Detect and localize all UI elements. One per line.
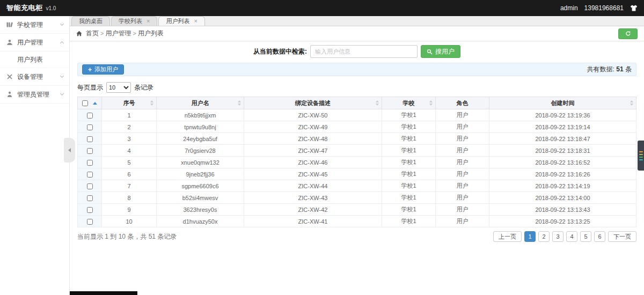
table-row: 93623hresy0sZIC-XW-42学校1用户2018-09-22 13:…: [78, 204, 636, 216]
sidebar-item-3[interactable]: 管理员管理: [0, 86, 69, 104]
sidebar-item-label: 用户管理: [17, 38, 61, 47]
cell-username: tpnwtu9u8nj: [157, 121, 244, 133]
cell-created-at: 2018-09-22 13:14:19: [489, 180, 636, 192]
widget-stripe: [639, 154, 643, 155]
sidebar-collapse-handle[interactable]: [64, 138, 75, 163]
sort-icon[interactable]: [376, 100, 379, 106]
cell-index: 1: [102, 109, 157, 121]
search-row: 从当前数据中检索: 搜用户: [77, 45, 636, 58]
sidebar-item-2[interactable]: 设备管理: [0, 68, 69, 86]
column-label: 创建时间: [551, 100, 575, 106]
table-row: 324eybgba5ufZIC-XW-48学校1用户2018-09-22 13:…: [78, 133, 636, 145]
row-checkbox[interactable]: [87, 136, 93, 142]
pagination: 上一页123456下一页: [493, 231, 636, 242]
breadcrumb: 首页 > 用户管理 > 用户列表: [86, 29, 164, 38]
tab-0[interactable]: 我的桌面: [71, 16, 110, 26]
column-label: 学校: [403, 100, 415, 106]
cell-role: 用户: [436, 133, 489, 145]
chevron-down-icon: [60, 74, 64, 78]
page-6[interactable]: 6: [594, 231, 605, 242]
cell-device-desc: ZIC-XW-48: [244, 133, 382, 145]
tshirt-icon[interactable]: [630, 5, 638, 11]
row-checkbox[interactable]: [87, 207, 93, 213]
cell-school: 学校1: [382, 109, 436, 121]
refresh-icon: [625, 31, 631, 36]
breadcrumb-separator: >: [131, 30, 138, 36]
sidebar-item-1[interactable]: 用户管理: [0, 34, 69, 51]
close-icon[interactable]: ×: [147, 18, 150, 24]
cell-username: 24eybgba5uf: [157, 133, 244, 145]
row-checkbox[interactable]: [87, 172, 93, 178]
cell-username: b52si4mwesv: [157, 192, 244, 204]
sidebar-subitem[interactable]: 用户列表: [0, 51, 69, 68]
row-select-cell: [78, 180, 102, 192]
search-icon: [427, 49, 433, 55]
close-icon[interactable]: ×: [194, 18, 197, 24]
page-2[interactable]: 2: [538, 231, 550, 242]
pagination-next[interactable]: 下一页: [608, 231, 636, 242]
sort-icon[interactable]: [429, 100, 433, 106]
cell-device-desc: ZIC-XW-50: [244, 109, 382, 121]
cell-device-desc: ZIC-XW-43: [244, 192, 382, 204]
cell-index: 5: [102, 157, 157, 168]
table-header-row: 序号用户名绑定设备描述学校角色创建时间: [78, 97, 636, 109]
table-row: 1n5kb9t6jjxmZIC-XW-50学校1用户2018-09-22 13:…: [78, 109, 636, 121]
sort-icon[interactable]: [150, 100, 153, 106]
column-label: 用户名: [192, 100, 209, 106]
row-checkbox[interactable]: [87, 219, 93, 225]
search-input[interactable]: [310, 45, 418, 58]
cell-created-at: 2018-09-22 13:19:14: [489, 121, 636, 133]
search-button[interactable]: 搜用户: [421, 45, 460, 58]
column-header-5[interactable]: 创建时间: [489, 97, 636, 109]
breadcrumb-item[interactable]: 首页: [86, 30, 99, 37]
tab-2[interactable]: 用户列表×: [158, 16, 204, 26]
select-all-checkbox[interactable]: [82, 100, 88, 106]
pagination-prev[interactable]: 上一页: [493, 231, 522, 242]
cell-username: d1hvuazy50x: [157, 216, 244, 227]
column-header-1[interactable]: 用户名: [157, 97, 244, 109]
page-size-select[interactable]: 10: [106, 82, 131, 93]
table-row: 69jneb2fjj36ZIC-XW-45学校1用户2018-09-22 13:…: [78, 168, 636, 180]
cell-device-desc: ZIC-XW-44: [244, 180, 382, 192]
breadcrumb-item: 用户列表: [138, 30, 164, 37]
column-label: 绑定设备描述: [295, 100, 331, 106]
cell-device-desc: ZIC-XW-41: [244, 216, 382, 227]
table-row: 5xnue0qmw132ZIC-XW-46学校1用户2018-09-22 13:…: [78, 157, 636, 168]
refresh-button[interactable]: [618, 28, 638, 39]
row-select-cell: [78, 121, 102, 133]
sort-icon[interactable]: [630, 100, 633, 106]
select-all-header: [78, 97, 102, 109]
page-3[interactable]: 3: [552, 231, 564, 242]
breadcrumb-item[interactable]: 用户管理: [106, 30, 131, 37]
column-header-2[interactable]: 绑定设备描述: [244, 97, 382, 109]
total-suffix: 条: [625, 65, 632, 73]
cell-index: 6: [102, 168, 157, 180]
row-select-cell: [78, 216, 102, 227]
table-row: 47r0gsierv28ZIC-XW-47学校1用户2018-09-22 13:…: [78, 145, 636, 157]
cell-role: 用户: [436, 192, 489, 204]
row-checkbox[interactable]: [87, 113, 93, 119]
column-header-0[interactable]: 序号: [102, 97, 157, 109]
row-checkbox[interactable]: [87, 160, 93, 166]
sort-icon[interactable]: [238, 100, 241, 106]
sort-asc-icon: [93, 102, 97, 105]
side-widget-handle[interactable]: [638, 141, 644, 171]
tab-1[interactable]: 学校列表×: [111, 16, 157, 26]
cell-role: 用户: [436, 109, 489, 121]
add-user-button[interactable]: + 添加用户: [82, 64, 124, 75]
sidebar-item-0[interactable]: 学校管理: [0, 16, 69, 34]
page-5[interactable]: 5: [580, 231, 591, 242]
cell-created-at: 2018-09-22 13:14:00: [489, 192, 636, 204]
total-records: 共有数据: 51 条: [587, 65, 632, 74]
cell-device-desc: ZIC-XW-47: [244, 145, 382, 157]
row-checkbox[interactable]: [87, 183, 93, 189]
row-checkbox[interactable]: [87, 124, 93, 130]
column-header-3[interactable]: 学校: [382, 97, 436, 109]
row-checkbox[interactable]: [87, 195, 93, 201]
widget-stripe: [639, 159, 643, 160]
chevron-left-icon: [68, 148, 71, 152]
page-4[interactable]: 4: [566, 231, 577, 242]
row-checkbox[interactable]: [87, 148, 93, 154]
page-1[interactable]: 1: [524, 231, 536, 242]
total-prefix: 共有数据:: [587, 65, 614, 73]
